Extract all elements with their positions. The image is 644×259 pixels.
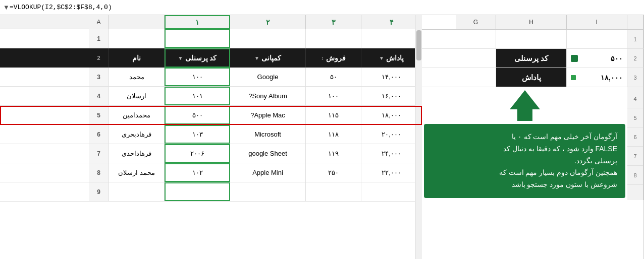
empty-cell[interactable] [230,182,306,201]
table-row-9: 9 [0,182,422,202]
cell-reward-label: پاداش [496,68,567,87]
header-d[interactable]: کمپانی ▼ [230,48,306,68]
filter-f[interactable]: ▼ [379,55,384,61]
cell-f[interactable]: ۲۲,۰۰۰ [361,163,422,182]
arrow-container [422,87,627,122]
explanation-box: آرگومان آخر خیلی مهم است که ۰ یا FALSE و… [424,124,625,198]
cell-g3[interactable] [456,68,496,87]
table-row: ۱۶,۰۰۰۱۰۰Sony Album?۱۰۱ارسلان4 [0,87,422,106]
cell-b[interactable]: محمد ارسلان [109,163,165,182]
cell-e[interactable]: ۱۱۵ [306,106,361,124]
cell-b[interactable]: محمد [109,68,165,86]
green-box-row: 4 5 6 7 8 آرگومان آخر خیلی مهم است که ۰ … [422,87,643,200]
empty-cell[interactable] [165,182,230,201]
col-num-e[interactable]: ۳ [306,15,361,29]
cell-e[interactable]: ۱۱۹ [306,144,361,163]
filter-e[interactable]: ↕ [321,55,324,61]
header-e[interactable]: فروش ↕ [306,48,361,68]
row-num-2: 2 [627,49,643,68]
cell-e[interactable]: ۱۱۸ [306,125,361,144]
col-num-row: ۴ ۳ ۲ ۱ A [0,15,422,29]
cell-b[interactable]: محمدامین [109,106,165,124]
cell-c[interactable]: ۵۰۰ [165,106,230,124]
cell-c[interactable]: ۱۰۲ [165,163,230,182]
table-row: ۱۸,۰۰۰۱۱۵Apple Mac?۵۰۰محمدامین5 [0,106,422,125]
col-header-i[interactable]: I [567,15,627,29]
row-3: 3 ۱۸,۰۰۰ پاداش [422,68,643,87]
cell-f[interactable]: ۱۸,۰۰۰ [361,106,422,124]
cell-c[interactable]: ۱۰۳ [165,125,230,144]
cell-c1[interactable] [165,29,230,48]
green-line2: FALSE وارد شود ، که دقیقا به دنبال کد [432,143,617,155]
col-letter-a[interactable]: A [89,15,109,29]
cell-e1[interactable] [306,29,361,48]
cell-f[interactable]: ۱۴,۰۰۰ [361,68,422,86]
cell-b[interactable]: ارسلان [109,87,165,105]
left-panel: I H G 1 2 ۵۰۰ کد پرسنلی 3 ۱۸,۰۰۰ [422,15,644,259]
table-header-row: پاداش ▼ فروش ↕ کمپانی ▼ کد پرسنلی ▼ نام … [0,48,422,68]
header-c-label: کد پرسنلی [185,54,217,62]
cell-f[interactable]: ۲۴,۰۰۰ [361,144,422,163]
header-f-label: پاداش [386,54,404,62]
empty-cell[interactable] [361,182,422,201]
formula-text[interactable]: =VLOOKUP(I2,$C$2:$F$8,4,0) [10,4,641,11]
cell-e[interactable]: ۵۰ [306,68,361,86]
cell-reward-value[interactable]: ۱۸,۰۰۰ [567,68,627,87]
row-1: 1 [422,30,643,49]
cell-d1[interactable] [230,29,306,48]
cell-d[interactable]: Apple Mac? [230,106,306,124]
col-num-f[interactable]: ۴ [361,15,422,29]
cell-c[interactable]: ۱۰۱ [165,87,230,105]
cell-code-label: کد پرسنلی [496,49,567,68]
cell-f1[interactable] [361,29,422,48]
svg-marker-0 [510,90,540,121]
formula-bar: =VLOOKUP(I2,$C$2:$F$8,4,0) ▼ [0,0,644,15]
cell-code-value[interactable]: ۵۰۰ [567,49,627,68]
cell-d[interactable]: Microsoft [230,125,306,144]
col-num-c[interactable]: ۱ [165,15,230,29]
cell-c[interactable]: ۱۰۰ [165,68,230,86]
col-headers-left: I H G [422,15,643,30]
header-c[interactable]: کد پرسنلی ▼ [165,48,230,68]
filter-d[interactable]: ▼ [254,55,259,61]
code-value-text: ۵۰۰ [611,54,623,62]
header-b[interactable]: نام [109,48,165,68]
up-arrow-icon [507,89,543,122]
header-d-label: کمپانی [261,54,281,62]
cell-h1[interactable] [496,30,567,48]
cell-c[interactable]: ۲۰۰۶ [165,144,230,163]
cell-b[interactable]: فرهاداحدی [109,144,165,163]
col-header-h[interactable]: H [496,15,567,29]
header-f[interactable]: پاداش ▼ [361,48,422,68]
scrollbar-thumb[interactable] [416,30,421,60]
col-num-d[interactable]: ۲ [230,15,306,29]
cell-b[interactable]: فرهادبحری [109,125,165,144]
row-num-spacer [627,15,643,29]
cell-e[interactable]: ۲۵۰ [306,163,361,182]
empty-cell[interactable] [109,182,165,201]
green-dot-reward [571,75,576,80]
cell-i1[interactable] [567,30,627,48]
cell-d[interactable]: Sony Album? [230,87,306,105]
formula-dropdown[interactable]: ▼ [3,4,10,11]
col-num-b[interactable] [109,15,165,29]
col-header-g[interactable]: G [456,15,496,29]
filter-c[interactable]: ▼ [178,55,183,61]
cell-d[interactable]: Google [230,68,306,86]
cell-e[interactable]: ۱۰۰ [306,87,361,105]
cell-g1[interactable] [456,30,496,48]
cell-f[interactable]: ۱۶,۰۰۰ [361,87,422,105]
row-num-9: 9 [89,182,109,201]
cell-b1[interactable] [109,29,165,48]
header-a: 2 [89,48,109,68]
cell-f[interactable]: ۲۰,۰۰۰ [361,125,422,144]
empty-cell[interactable] [306,182,361,201]
cell-d[interactable]: google Sheet [230,144,306,163]
scrollbar[interactable] [415,15,422,259]
cell-d[interactable]: Apple Mini [230,163,306,182]
green-line3: پرسنلی بگردد. [432,155,617,167]
table-body: ۱۴,۰۰۰۵۰Google۱۰۰محمد3۱۶,۰۰۰۱۰۰Sony Albu… [0,68,422,202]
right-panel: ۴ ۳ ۲ ۱ A 1 پاداش ▼ فروش ↕ [0,15,422,259]
row-num-1: 1 [627,30,643,48]
cell-g2[interactable] [456,49,496,68]
